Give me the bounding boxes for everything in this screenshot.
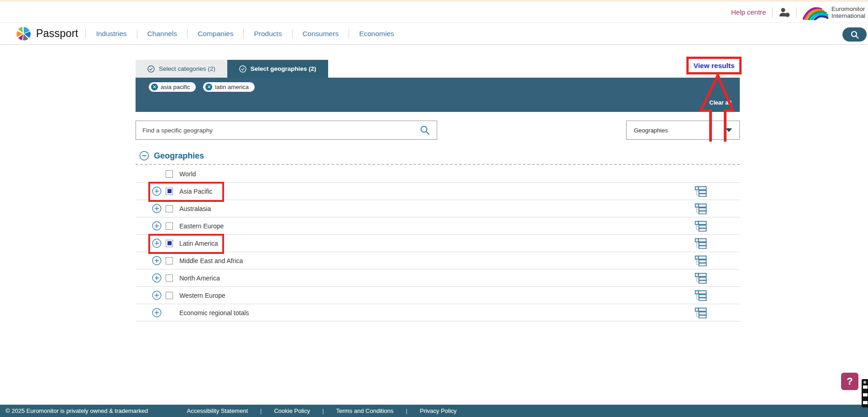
view-results-button[interactable]: View results (686, 57, 742, 74)
help-button[interactable]: ? (841, 373, 858, 390)
plus-circle-icon[interactable] (152, 238, 162, 248)
row-checkbox[interactable] (166, 205, 173, 212)
nav-menu: Industries Channels Companies Products C… (85, 29, 404, 39)
row-checkbox[interactable] (166, 188, 173, 195)
geography-list: World (136, 165, 740, 322)
row-label: Middle East and Africa (179, 257, 243, 264)
hierarchy-icon[interactable] (695, 238, 707, 249)
tab-label: Select geographies (2) (251, 65, 316, 72)
divider (772, 7, 773, 17)
check-circle-icon (239, 65, 246, 73)
chip-label: latin america (215, 84, 249, 90)
row-label: North America (179, 274, 220, 282)
search-icon[interactable] (419, 125, 430, 136)
nav-item-companies[interactable]: Companies (188, 30, 243, 38)
passport-logo[interactable]: Passport (16, 26, 78, 42)
geography-row: World (136, 165, 740, 183)
brand-line2: International (831, 12, 865, 19)
geography-search (136, 121, 437, 140)
plus-circle-icon[interactable] (152, 290, 162, 300)
row-label: Latin America (179, 240, 218, 247)
remove-chip-icon[interactable]: ✕ (205, 84, 212, 90)
selected-chips: ✕ asia pacific ✕ latin america (148, 82, 255, 92)
widget-bar (863, 393, 868, 396)
nav-item-economies[interactable]: Economies (349, 30, 404, 38)
geography-row: Eastern Europe (136, 217, 740, 235)
widget-dot-icon (863, 381, 866, 384)
navbar-search-button[interactable] (842, 27, 867, 42)
top-bar: Help centre (0, 2, 868, 22)
plus-circle-icon[interactable] (152, 221, 162, 231)
hierarchy-icon[interactable] (695, 273, 707, 284)
nav-item-consumers[interactable]: Consumers (293, 30, 349, 38)
plus-circle-icon[interactable] (152, 273, 162, 283)
passport-pinwheel-icon (16, 26, 32, 42)
brand-line1: Euromonitor (831, 5, 865, 12)
plus-circle-icon[interactable] (152, 204, 162, 213)
hierarchy-icon[interactable] (695, 221, 707, 232)
row-label: Western Europe (179, 292, 225, 299)
row-label: Asia Pacific (179, 188, 212, 195)
nav-item-products[interactable]: Products (244, 30, 292, 38)
geography-row: North America (136, 269, 740, 287)
nav-item-channels[interactable]: Channels (137, 30, 188, 38)
user-settings-icon[interactable] (779, 7, 790, 18)
category-dropdown[interactable]: Geographies (626, 121, 740, 140)
check-circle-icon (147, 65, 155, 73)
geography-row: Western Europe (136, 287, 740, 304)
footer-links: Accessibility Statement | Cookie Policy … (187, 407, 469, 414)
footer-link[interactable]: Cookie Policy (261, 407, 322, 414)
divider (796, 7, 797, 17)
chip-label: asia pacific (161, 84, 190, 90)
hierarchy-icon[interactable] (695, 186, 707, 197)
view-results-label: View results (693, 62, 734, 70)
row-checkbox[interactable] (166, 292, 173, 299)
row-checkbox[interactable] (166, 257, 173, 264)
row-checkbox[interactable] (166, 222, 173, 230)
dropdown-value: Geographies (634, 127, 668, 134)
plus-circle-icon[interactable] (152, 256, 162, 265)
tab[interactable]: Select categories (2) (136, 60, 227, 78)
plus-circle-icon[interactable] (152, 308, 162, 317)
geography-row: Asia Pacific (136, 183, 740, 200)
footer-link[interactable]: Privacy Policy (408, 407, 469, 414)
hierarchy-icon[interactable] (695, 203, 707, 214)
row-checkbox[interactable] (166, 240, 173, 247)
remove-chip-icon[interactable]: ✕ (151, 84, 158, 90)
tab[interactable]: Select geographies (2) (227, 60, 328, 78)
selected-filter-chip: ✕ latin america (203, 82, 255, 92)
passport-wordmark: Passport (36, 27, 78, 40)
section-title: Geographies (154, 151, 204, 161)
clear-all-button[interactable]: Clear all (709, 100, 732, 106)
hierarchy-icon[interactable] (695, 255, 707, 266)
chevron-down-icon (726, 128, 732, 132)
plus-circle-icon[interactable] (152, 186, 162, 196)
hierarchy-icon[interactable] (695, 290, 707, 301)
hierarchy-icon[interactable] (695, 307, 707, 318)
nav-item-industries[interactable]: Industries (86, 30, 136, 38)
search-icon (850, 30, 859, 39)
row-checkbox[interactable] (166, 274, 173, 282)
selected-filter-chip: ✕ asia pacific (148, 82, 196, 92)
help-centre-link[interactable]: Help centre (731, 8, 766, 16)
footer-link[interactable]: Accessibility Statement (187, 407, 260, 414)
minus-circle-icon[interactable] (139, 151, 149, 161)
geography-search-input[interactable] (136, 127, 419, 134)
widget-bar (863, 401, 868, 404)
geography-row: Economic regional totals (136, 304, 740, 322)
main-navbar: Passport Industries Channels Companies P… (0, 22, 868, 45)
footer-link[interactable]: Terms and Conditions (324, 407, 406, 414)
row-label: Economic regional totals (179, 309, 249, 317)
footer: © 2025 Euromonitor is privately owned & … (0, 405, 868, 417)
row-label: Australasia (179, 205, 211, 212)
geography-row: Australasia (136, 200, 740, 217)
dashed-divider (136, 164, 740, 165)
accessibility-side-widget[interactable] (862, 379, 868, 407)
selection-banner: ✕ asia pacific ✕ latin america Clear all (136, 78, 740, 112)
geographies-section-header: Geographies (139, 151, 204, 161)
geography-row: Latin America (136, 235, 740, 252)
row-label: Eastern Europe (179, 222, 224, 230)
row-checkbox[interactable] (166, 170, 173, 178)
tab-label: Select categories (2) (159, 65, 215, 72)
question-mark-icon: ? (847, 375, 852, 387)
